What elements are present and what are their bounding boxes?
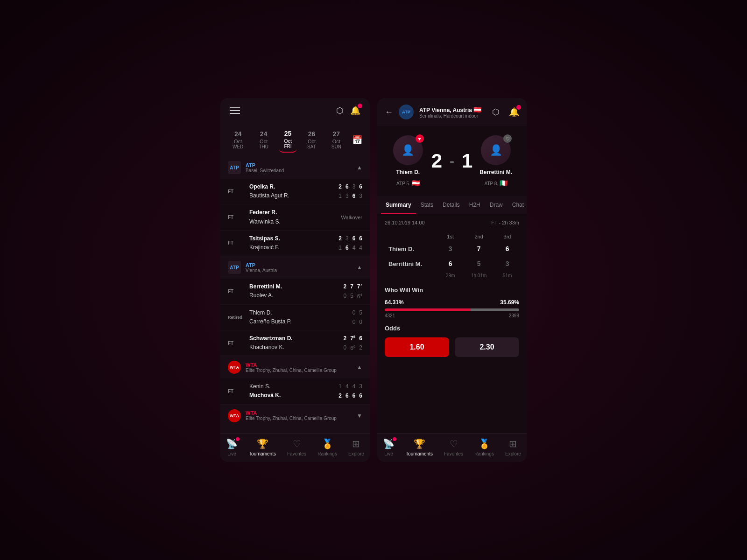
atp-badge: ATP — [399, 105, 414, 119]
nav-explore-label: Explore — [348, 451, 364, 456]
nav-rankings[interactable]: 🏅 Rankings — [317, 438, 337, 456]
nav-favorites-label: Favorites — [287, 451, 306, 456]
tournament-subtitle: Semifinals, Hardcourt indoor — [419, 113, 486, 119]
player2-favorite-icon[interactable]: ♡ — [503, 134, 512, 143]
player1-favorite-icon[interactable]: ♥ — [416, 134, 424, 143]
player2-label: Berrettini M. — [479, 169, 512, 175]
table-row[interactable]: FT Schwartzman D. Khachanov K. 2 0 78 66 — [220, 330, 370, 356]
date-sun[interactable]: 27 Oct SUN — [327, 127, 346, 152]
notification-badge — [358, 104, 362, 108]
player1-label: Thiem D. — [396, 169, 420, 175]
player2-rank: ATP 8. 🇮🇹 — [484, 179, 507, 187]
p2-set1: 6 — [438, 256, 462, 271]
right-nav-live-label: Live — [384, 451, 393, 456]
match-detail-header: ← ATP ATP Vienna, Austria 🇦🇹 Semifinals,… — [377, 98, 527, 126]
player1-score: 2 — [431, 150, 442, 172]
match-scores: 2 0 7 5 77 64 — [343, 283, 362, 300]
table-row[interactable]: Retired Thiem D. Carreño Busta P. 0 0 5 … — [220, 305, 370, 330]
header-right: ⬡ 🔔 — [336, 105, 360, 116]
odds-btn-player1[interactable]: 1.60 — [385, 337, 449, 357]
nav-live-label: Live — [227, 451, 236, 456]
match-players: Thiem D. Carreño Busta P. — [249, 308, 352, 326]
player2-avatar-wrap: 👤 ♡ — [481, 135, 511, 165]
match-status: FT — [228, 389, 249, 394]
player2-name: Carreño Busta P. — [249, 317, 352, 326]
player2-name: Krajinović F. — [249, 243, 338, 252]
match-players: Opelka R. Bautista Agut R. — [249, 182, 338, 200]
odds-btn-player2[interactable]: 2.30 — [455, 337, 519, 357]
match-scores: 0 0 5 0 — [352, 309, 362, 325]
right-rankings-icon: 🏅 — [479, 438, 490, 449]
player2-side: 👤 ♡ Berrettini M. ATP 8. 🇮🇹 — [472, 135, 519, 187]
tab-stats[interactable]: Stats — [416, 196, 438, 214]
left-panel: ⬡ 🔔 24 Oct WED 24 Oct THU 25 Oct — [220, 98, 370, 462]
tournament-wta-zhuhai2[interactable]: WTA WTA Elite Trophy, Zhuhai, China, Cam… — [220, 405, 370, 427]
table-row[interactable]: FT Tsitsipas S. Krajinović F. 2 1 3 6 — [220, 231, 370, 256]
sets-table: 1st 2nd 3rd Thiem D. 3 7 6 Berrittini M.… — [385, 232, 519, 280]
player2-score: 1 — [462, 150, 472, 172]
nav-live[interactable]: 📡 Live — [226, 438, 238, 456]
match-players: Berrettini M. Rublev A. — [249, 282, 343, 300]
tournament-atp-basel[interactable]: ATP ATP Basel, Switzerland ▲ — [220, 156, 370, 179]
tournament-title: ATP Vienna, Austria 🇦🇹 — [419, 106, 486, 113]
tab-h2h[interactable]: H2H — [465, 196, 485, 214]
atp-vienna-info: ATP Vienna, Austria — [246, 262, 357, 273]
match-status: FT — [228, 189, 249, 194]
score-separator: - — [450, 153, 454, 169]
menu-icon[interactable] — [230, 107, 240, 114]
tournament-atp-vienna[interactable]: ATP ATP Vienna, Austria ▲ — [220, 256, 370, 279]
player2-name: Bautista Agut R. — [249, 191, 338, 200]
tournament-info: ATP Vienna, Austria 🇦🇹 Semifinals, Hardc… — [419, 106, 486, 119]
who-will-win-title: Who Will Win — [385, 287, 519, 294]
table-row[interactable]: FT Federer R. Warwinka S. Walkover — [220, 204, 370, 230]
wta-zhuhai-logo: WTA — [228, 361, 241, 374]
atp-basel-name: ATP — [246, 162, 357, 168]
right-nav-explore[interactable]: ⊞ Explore — [505, 438, 521, 456]
nav-explore[interactable]: ⊞ Explore — [348, 438, 364, 456]
tab-chat[interactable]: Chat — [507, 196, 527, 214]
match-players: Federer R. Warwinka S. — [249, 208, 341, 226]
date-fri[interactable]: 25 Oct FRI — [279, 127, 296, 153]
tournaments-icon: 🏆 — [257, 438, 268, 449]
nav-favorites[interactable]: ♡ Favorites — [287, 438, 306, 456]
share-icon-right[interactable]: ⬡ — [492, 107, 500, 117]
player1-rank: ATP 5. 🇦🇹 — [396, 179, 419, 187]
calendar-icon[interactable]: 📅 — [352, 135, 362, 145]
date-sat[interactable]: 26 Oct SAT — [303, 127, 321, 152]
player2-name: Warwinka S. — [249, 217, 341, 226]
tournament-wta-zhuhai[interactable]: WTA WTA Elite Trophy, Zhuhai, China, Cam… — [220, 356, 370, 378]
win-bar-fill-left — [385, 308, 471, 311]
date-thu[interactable]: 24 Oct THU — [254, 127, 273, 152]
back-button[interactable]: ← — [385, 107, 393, 117]
player1-name: Thiem D. — [249, 308, 352, 317]
notification-icon-right[interactable]: 🔔 — [509, 107, 519, 117]
win-pct-right: 35.69% — [500, 299, 519, 306]
player1-name: Tsitsipas S. — [249, 234, 338, 243]
wta-zhuhai2-info: WTA Elite Trophy, Zhuhai, China, Camelli… — [246, 410, 357, 421]
right-nav-rankings[interactable]: 🏅 Rankings — [474, 438, 494, 456]
right-tournaments-icon: 🏆 — [414, 438, 425, 449]
right-nav-favorites[interactable]: ♡ Favorites — [444, 438, 463, 456]
match-status: FT — [228, 215, 249, 220]
dur-set3: 51m — [495, 271, 519, 280]
match-scores: 1 2 4 6 4 6 3 6 — [338, 383, 362, 399]
app-container: ⬡ 🔔 24 Oct WED 24 Oct THU 25 Oct — [220, 98, 527, 462]
tab-summary[interactable]: Summary — [381, 196, 416, 214]
nav-tournaments[interactable]: 🏆 Tournaments — [249, 438, 276, 456]
dur-set2: 1h 01m — [462, 271, 495, 280]
share-icon[interactable]: ⬡ — [336, 105, 344, 116]
notification-icon[interactable]: 🔔 — [350, 105, 360, 116]
table-row[interactable]: FT Opelka R. Bautista Agut R. 2 1 6 3 — [220, 179, 370, 204]
date-wed[interactable]: 24 Oct WED — [228, 127, 248, 152]
right-nav-tournaments[interactable]: 🏆 Tournaments — [406, 438, 433, 456]
atp-vienna-loc: Vienna, Austria — [246, 268, 357, 273]
right-nav-rankings-label: Rankings — [474, 451, 494, 456]
win-votes: 4321 2398 — [385, 313, 519, 318]
table-row[interactable]: FT Kenin S. Muchová K. 1 2 4 6 4 — [220, 378, 370, 404]
right-nav-live[interactable]: 📡 Live — [383, 438, 395, 456]
table-row[interactable]: FT Berrettini M. Rublev A. 2 0 7 5 77 — [220, 279, 370, 304]
atp-vienna-logo: ATP — [228, 261, 241, 274]
tab-details[interactable]: Details — [438, 196, 465, 214]
tab-draw[interactable]: Draw — [485, 196, 507, 214]
explore-icon: ⊞ — [352, 438, 360, 449]
